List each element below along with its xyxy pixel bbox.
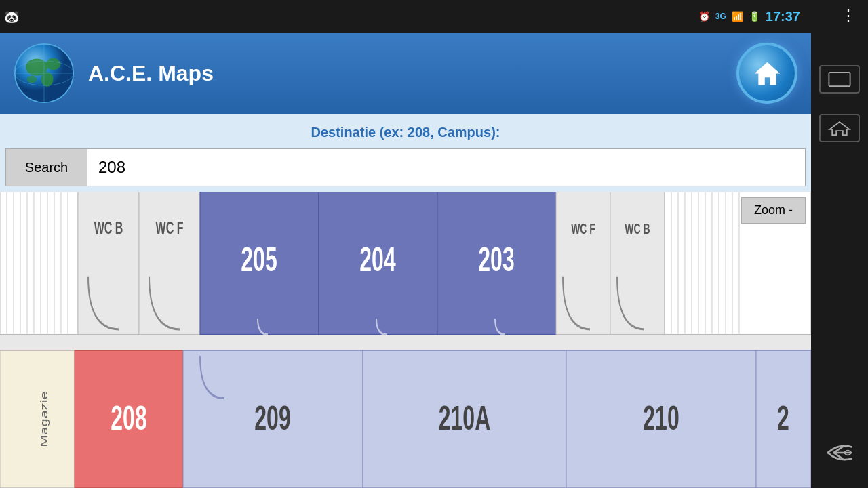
- svg-rect-32: [556, 192, 610, 335]
- panda-icon: 🐼: [4, 9, 19, 24]
- svg-rect-11: [0, 192, 78, 335]
- svg-point-4: [27, 76, 37, 83]
- svg-rect-24: [139, 192, 200, 335]
- status-bar: 🐼 ⏰ 3G 📶 🔋 17:37: [0, 0, 811, 33]
- app-title: A.C.E. Maps: [88, 61, 214, 86]
- home-outline-button[interactable]: [819, 114, 860, 142]
- content-area: Destinatie (ex: 208, Campus): Search Zoo…: [0, 114, 811, 488]
- svg-rect-34: [610, 192, 665, 335]
- app-header: A.C.E. Maps: [0, 33, 811, 114]
- svg-rect-63: [829, 73, 850, 86]
- svg-text:Magazie: Magazie: [39, 391, 50, 447]
- signal-icon: 📶: [732, 11, 743, 22]
- app-container: 🐼 ⏰ 3G 📶 🔋 17:37: [0, 0, 811, 488]
- home-button[interactable]: [736, 43, 797, 104]
- svg-text:210A: 210A: [439, 399, 490, 437]
- svg-text:2: 2: [777, 399, 789, 437]
- status-time: 17:37: [766, 9, 800, 24]
- side-panel: ⋮: [811, 0, 868, 488]
- svg-text:208: 208: [111, 399, 146, 437]
- svg-rect-51: [0, 350, 75, 488]
- window-icon: [827, 70, 852, 89]
- svg-text:203: 203: [478, 241, 514, 279]
- search-input[interactable]: [87, 148, 806, 186]
- window-button[interactable]: [819, 65, 860, 94]
- battery-icon: 🔋: [749, 11, 760, 22]
- svg-text:209: 209: [254, 399, 290, 437]
- back-icon: [822, 441, 857, 465]
- globe-icon: [14, 43, 75, 104]
- svg-text:WC B: WC B: [625, 220, 650, 237]
- svg-text:210: 210: [643, 399, 679, 437]
- clock-icon: ⏰: [698, 11, 710, 22]
- home-outline-icon: [827, 119, 852, 138]
- home-icon: [752, 58, 783, 89]
- svg-point-3: [41, 72, 54, 87]
- menu-dots-button[interactable]: ⋮: [841, 7, 861, 24]
- svg-text:WC F: WC F: [571, 220, 595, 237]
- map-svg: WC B WC F 205 204 203: [0, 192, 811, 488]
- svg-text:204: 204: [359, 241, 396, 279]
- svg-point-2: [46, 58, 61, 70]
- status-bar-icons: ⏰ 3G 📶 🔋 17:37: [698, 9, 800, 24]
- zoom-button[interactable]: Zoom -: [741, 197, 806, 224]
- svg-rect-22: [78, 192, 139, 335]
- search-button[interactable]: Search: [5, 148, 87, 186]
- header-left: A.C.E. Maps: [14, 43, 214, 104]
- back-button[interactable]: [822, 441, 857, 468]
- svg-text:WC B: WC B: [94, 219, 123, 237]
- search-row: Search: [0, 148, 811, 186]
- svg-text:WC F: WC F: [156, 219, 184, 237]
- 3g-icon: 3G: [715, 12, 726, 21]
- svg-text:205: 205: [241, 241, 277, 279]
- destination-label: Destinatie (ex: 208, Campus):: [0, 125, 811, 140]
- map-area: Zoom -: [0, 192, 811, 488]
